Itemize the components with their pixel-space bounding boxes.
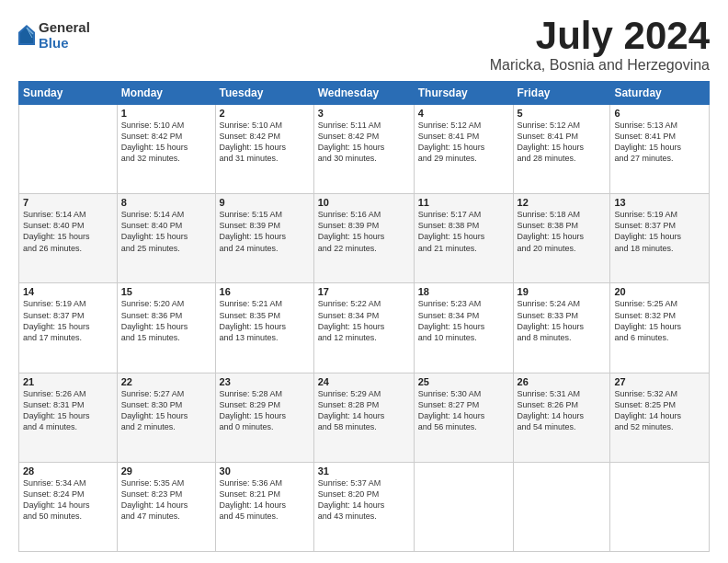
- day-info: Sunrise: 5:24 AM Sunset: 8:33 PM Dayligh…: [518, 298, 607, 343]
- header-tuesday: Tuesday: [215, 82, 313, 105]
- logo-general-text: General: [39, 20, 90, 36]
- day-number: 22: [121, 376, 211, 387]
- day-info: Sunrise: 5:31 AM Sunset: 8:26 PM Dayligh…: [518, 388, 607, 433]
- table-row: 19Sunrise: 5:24 AM Sunset: 8:33 PM Dayli…: [513, 283, 610, 373]
- logo: General Blue: [18, 20, 90, 51]
- title-block: July 2024 Maricka, Bosnia and Herzegovin…: [490, 17, 710, 74]
- table-row: 26Sunrise: 5:31 AM Sunset: 8:26 PM Dayli…: [513, 373, 610, 462]
- table-row: 18Sunrise: 5:23 AM Sunset: 8:34 PM Dayli…: [414, 283, 513, 373]
- table-row: 17Sunrise: 5:22 AM Sunset: 8:34 PM Dayli…: [313, 283, 414, 373]
- day-info: Sunrise: 5:13 AM Sunset: 8:41 PM Dayligh…: [614, 120, 705, 165]
- day-number: 11: [418, 197, 509, 208]
- day-number: 20: [614, 286, 705, 297]
- table-row: 27Sunrise: 5:32 AM Sunset: 8:25 PM Dayli…: [610, 373, 710, 462]
- day-info: Sunrise: 5:12 AM Sunset: 8:41 PM Dayligh…: [418, 120, 509, 165]
- day-number: 9: [220, 197, 310, 208]
- day-info: Sunrise: 5:26 AM Sunset: 8:31 PM Dayligh…: [23, 388, 113, 433]
- day-number: 2: [220, 108, 310, 119]
- table-row: 10Sunrise: 5:16 AM Sunset: 8:39 PM Dayli…: [313, 194, 414, 283]
- day-info: Sunrise: 5:27 AM Sunset: 8:30 PM Dayligh…: [121, 388, 211, 433]
- table-row: 22Sunrise: 5:27 AM Sunset: 8:30 PM Dayli…: [117, 373, 215, 462]
- header-thursday: Thursday: [414, 82, 513, 105]
- day-info: Sunrise: 5:14 AM Sunset: 8:40 PM Dayligh…: [121, 209, 211, 254]
- table-row: 20Sunrise: 5:25 AM Sunset: 8:32 PM Dayli…: [610, 283, 710, 373]
- calendar-page: General Blue July 2024 Maricka, Bosnia a…: [0, 0, 728, 563]
- logo-icon: [18, 25, 35, 45]
- day-info: Sunrise: 5:10 AM Sunset: 8:42 PM Dayligh…: [121, 120, 211, 165]
- day-number: 13: [614, 197, 705, 208]
- day-info: Sunrise: 5:23 AM Sunset: 8:34 PM Dayligh…: [418, 298, 509, 343]
- day-info: Sunrise: 5:35 AM Sunset: 8:23 PM Dayligh…: [121, 477, 211, 523]
- day-number: 14: [23, 286, 113, 297]
- day-number: 6: [614, 108, 705, 119]
- table-row: 2Sunrise: 5:10 AM Sunset: 8:42 PM Daylig…: [215, 105, 313, 194]
- day-number: 26: [518, 376, 607, 387]
- table-row: 21Sunrise: 5:26 AM Sunset: 8:31 PM Dayli…: [19, 373, 118, 462]
- day-number: 28: [23, 465, 113, 477]
- day-info: Sunrise: 5:12 AM Sunset: 8:41 PM Dayligh…: [518, 120, 607, 165]
- table-row: 25Sunrise: 5:30 AM Sunset: 8:27 PM Dayli…: [414, 373, 513, 462]
- day-info: Sunrise: 5:28 AM Sunset: 8:29 PM Dayligh…: [220, 388, 310, 433]
- table-row: 7Sunrise: 5:14 AM Sunset: 8:40 PM Daylig…: [19, 194, 118, 283]
- header-monday: Monday: [117, 82, 215, 105]
- day-info: Sunrise: 5:14 AM Sunset: 8:40 PM Dayligh…: [23, 209, 113, 254]
- table-row: 8Sunrise: 5:14 AM Sunset: 8:40 PM Daylig…: [117, 194, 215, 283]
- day-number: 5: [518, 108, 607, 119]
- day-info: Sunrise: 5:16 AM Sunset: 8:39 PM Dayligh…: [318, 209, 410, 254]
- day-info: Sunrise: 5:30 AM Sunset: 8:27 PM Dayligh…: [418, 388, 509, 433]
- table-row: 23Sunrise: 5:28 AM Sunset: 8:29 PM Dayli…: [215, 373, 313, 462]
- day-info: Sunrise: 5:21 AM Sunset: 8:35 PM Dayligh…: [220, 298, 310, 343]
- day-number: 3: [318, 108, 410, 119]
- header-friday: Friday: [513, 82, 610, 105]
- table-row: 4Sunrise: 5:12 AM Sunset: 8:41 PM Daylig…: [414, 105, 513, 194]
- day-info: Sunrise: 5:19 AM Sunset: 8:37 PM Dayligh…: [614, 209, 705, 254]
- table-row: 3Sunrise: 5:11 AM Sunset: 8:42 PM Daylig…: [313, 105, 414, 194]
- table-row: 30Sunrise: 5:36 AM Sunset: 8:21 PM Dayli…: [215, 462, 313, 551]
- day-number: 18: [418, 286, 509, 297]
- location-title: Maricka, Bosnia and Herzegovina: [490, 57, 710, 74]
- day-number: 10: [318, 197, 410, 208]
- table-row: 31Sunrise: 5:37 AM Sunset: 8:20 PM Dayli…: [313, 462, 414, 551]
- day-number: 25: [418, 376, 509, 387]
- table-row: [414, 462, 513, 551]
- day-info: Sunrise: 5:20 AM Sunset: 8:36 PM Dayligh…: [121, 298, 211, 343]
- logo-blue-text: Blue: [39, 36, 90, 52]
- day-number: 12: [518, 197, 607, 208]
- table-row: 12Sunrise: 5:18 AM Sunset: 8:38 PM Dayli…: [513, 194, 610, 283]
- table-row: 11Sunrise: 5:17 AM Sunset: 8:38 PM Dayli…: [414, 194, 513, 283]
- table-row: 5Sunrise: 5:12 AM Sunset: 8:41 PM Daylig…: [513, 105, 610, 194]
- table-row: [513, 462, 610, 551]
- day-number: 24: [318, 376, 410, 387]
- day-info: Sunrise: 5:15 AM Sunset: 8:39 PM Dayligh…: [220, 209, 310, 254]
- header-sunday: Sunday: [19, 82, 118, 105]
- table-row: 6Sunrise: 5:13 AM Sunset: 8:41 PM Daylig…: [610, 105, 710, 194]
- table-row: [610, 462, 710, 551]
- day-number: 23: [220, 376, 310, 387]
- calendar-week-row: 14Sunrise: 5:19 AM Sunset: 8:37 PM Dayli…: [19, 283, 710, 373]
- day-info: Sunrise: 5:19 AM Sunset: 8:37 PM Dayligh…: [23, 298, 113, 343]
- day-number: 15: [121, 286, 211, 297]
- table-row: 9Sunrise: 5:15 AM Sunset: 8:39 PM Daylig…: [215, 194, 313, 283]
- day-number: 17: [318, 286, 410, 297]
- table-row: 13Sunrise: 5:19 AM Sunset: 8:37 PM Dayli…: [610, 194, 710, 283]
- header: General Blue July 2024 Maricka, Bosnia a…: [18, 17, 710, 74]
- day-number: 29: [121, 465, 211, 477]
- table-row: 15Sunrise: 5:20 AM Sunset: 8:36 PM Dayli…: [117, 283, 215, 373]
- header-saturday: Saturday: [610, 82, 710, 105]
- calendar-week-row: 28Sunrise: 5:34 AM Sunset: 8:24 PM Dayli…: [19, 462, 710, 551]
- day-number: 31: [318, 465, 410, 477]
- day-info: Sunrise: 5:32 AM Sunset: 8:25 PM Dayligh…: [614, 388, 705, 433]
- day-info: Sunrise: 5:25 AM Sunset: 8:32 PM Dayligh…: [614, 298, 705, 343]
- day-number: 7: [23, 197, 113, 208]
- calendar: Sunday Monday Tuesday Wednesday Thursday…: [18, 81, 710, 552]
- day-number: 30: [220, 465, 310, 477]
- table-row: 16Sunrise: 5:21 AM Sunset: 8:35 PM Dayli…: [215, 283, 313, 373]
- table-row: 28Sunrise: 5:34 AM Sunset: 8:24 PM Dayli…: [19, 462, 118, 551]
- calendar-week-row: 21Sunrise: 5:26 AM Sunset: 8:31 PM Dayli…: [19, 373, 710, 462]
- day-number: 1: [121, 108, 211, 119]
- day-number: 21: [23, 376, 113, 387]
- day-info: Sunrise: 5:36 AM Sunset: 8:21 PM Dayligh…: [220, 477, 310, 523]
- table-row: 24Sunrise: 5:29 AM Sunset: 8:28 PM Dayli…: [313, 373, 414, 462]
- table-row: 29Sunrise: 5:35 AM Sunset: 8:23 PM Dayli…: [117, 462, 215, 551]
- table-row: 14Sunrise: 5:19 AM Sunset: 8:37 PM Dayli…: [19, 283, 118, 373]
